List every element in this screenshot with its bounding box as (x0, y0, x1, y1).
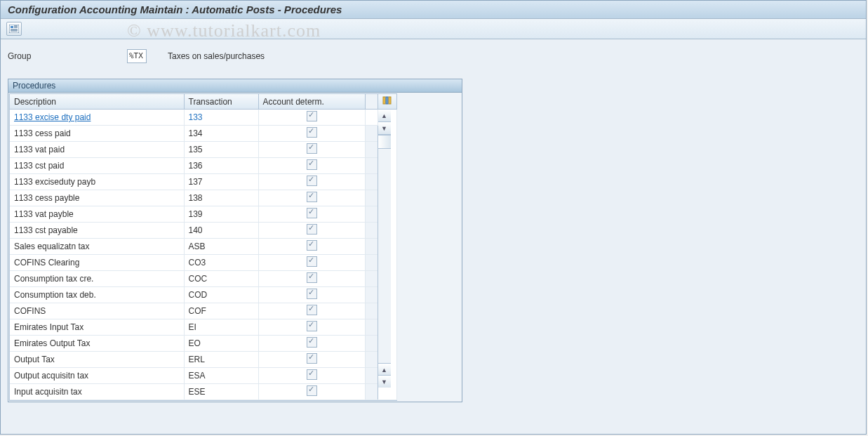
cell-spacer (365, 287, 378, 303)
cell-account-determ (258, 319, 365, 336)
cell-transaction[interactable]: ESE (184, 384, 258, 400)
cell-transaction[interactable]: 139 (184, 206, 258, 223)
cell-description[interactable]: Consumption tax deb. (10, 287, 184, 303)
cell-transaction[interactable]: 138 (184, 190, 258, 206)
table-row[interactable]: Emirates Input TaxEI (10, 319, 396, 336)
account-determ-checkbox[interactable] (307, 272, 317, 283)
cell-transaction[interactable]: ASB (184, 239, 258, 255)
cell-transaction[interactable]: COC (184, 271, 258, 287)
cell-description[interactable]: 1133 vat payble (10, 206, 184, 223)
cell-description[interactable]: 1133 cst payable (10, 223, 184, 239)
table-row[interactable]: Output TaxERL (10, 352, 396, 368)
display-log-button[interactable] (6, 22, 22, 36)
cell-transaction[interactable]: CO3 (184, 255, 258, 271)
table-row[interactable]: 1133 exciseduty payb137 (10, 174, 396, 190)
column-transaction[interactable]: Transaction (184, 94, 258, 110)
cell-description[interactable]: COFINS Clearing (10, 255, 184, 271)
table-row[interactable]: Consumption tax cre.COC (10, 271, 396, 287)
table-row[interactable]: 1133 vat payble139 (10, 206, 396, 223)
account-determ-checkbox[interactable] (307, 143, 317, 154)
account-determ-checkbox[interactable] (307, 305, 317, 315)
vertical-scrollbar[interactable]: ▲▼▲▼ (378, 110, 396, 400)
cell-description[interactable]: 1133 vat paid (10, 142, 184, 158)
cell-description[interactable]: 1133 excise dty paid (10, 110, 184, 126)
account-determ-checkbox[interactable] (307, 321, 317, 331)
account-determ-checkbox[interactable] (307, 289, 317, 299)
account-determ-checkbox[interactable] (307, 353, 317, 364)
svg-rect-1 (11, 26, 13, 28)
table-row[interactable]: 1133 cess payble138 (10, 190, 396, 206)
table-row[interactable]: Output acquisitn taxESA (10, 368, 396, 384)
cell-spacer (365, 126, 378, 142)
table-row[interactable]: 1133 cess paid134 (10, 126, 396, 142)
cell-transaction[interactable]: COF (184, 303, 258, 319)
table-row[interactable]: 1133 cst payable140 (10, 223, 396, 239)
account-determ-checkbox[interactable] (307, 127, 317, 138)
cell-description[interactable]: Emirates Input Tax (10, 319, 184, 336)
procedures-panel: Procedures Description Transaction Accou… (8, 79, 462, 402)
group-code-input[interactable]: %TX (127, 49, 147, 63)
table-row[interactable]: COFINS ClearingCO3 (10, 255, 396, 271)
cell-spacer (365, 206, 378, 223)
cell-description[interactable]: 1133 exciseduty payb (10, 174, 184, 190)
cell-transaction[interactable]: 136 (184, 158, 258, 174)
cell-transaction[interactable]: COD (184, 287, 258, 303)
cell-description[interactable]: Consumption tax cre. (10, 271, 184, 287)
cell-description[interactable]: Output acquisitn tax (10, 368, 184, 384)
account-determ-checkbox[interactable] (307, 208, 317, 218)
table-config-button[interactable] (378, 94, 396, 110)
account-determ-checkbox[interactable] (307, 385, 317, 396)
selected-description-link[interactable]: 1133 excise dty paid (14, 112, 91, 122)
scroll-down-step-button[interactable]: ▼ (378, 122, 391, 135)
column-account-determ[interactable]: Account determ. (258, 94, 365, 110)
cell-description[interactable]: 1133 cess paid (10, 126, 184, 142)
table-row[interactable]: 1133 cst paid136 (10, 158, 396, 174)
cell-description[interactable]: COFINS (10, 303, 184, 319)
cell-transaction[interactable]: 134 (184, 126, 258, 142)
cell-transaction[interactable]: 140 (184, 223, 258, 239)
group-label: Group (8, 51, 127, 61)
table-row[interactable]: Emirates Output TaxEO (10, 336, 396, 352)
table-row[interactable]: 1133 excise dty paid133▲▼▲▼ (10, 110, 396, 126)
cell-description[interactable]: Output Tax (10, 352, 184, 368)
account-determ-checkbox[interactable] (307, 224, 317, 234)
cell-spacer (365, 110, 378, 126)
cell-description[interactable]: Sales equalizatn tax (10, 239, 184, 255)
scroll-down-button[interactable]: ▼ (378, 375, 391, 388)
cell-description[interactable]: 1133 cst paid (10, 158, 184, 174)
table-row[interactable]: Input acquisitn taxESE (10, 384, 396, 400)
cell-description[interactable]: Input acquisitn tax (10, 384, 184, 400)
column-description[interactable]: Description (10, 94, 184, 110)
cell-account-determ (258, 206, 365, 223)
cell-account-determ (258, 287, 365, 303)
account-determ-checkbox[interactable] (307, 192, 317, 202)
account-determ-checkbox[interactable] (307, 369, 317, 380)
cell-transaction[interactable]: ESA (184, 368, 258, 384)
cell-account-determ (258, 336, 365, 352)
table-row[interactable]: COFINSCOF (10, 303, 396, 319)
cell-spacer (365, 255, 378, 271)
account-determ-checkbox[interactable] (307, 337, 317, 348)
table-row[interactable]: Sales equalizatn taxASB (10, 239, 396, 255)
cell-transaction[interactable]: ERL (184, 352, 258, 368)
scroll-thumb[interactable] (378, 135, 391, 149)
scroll-up-step-button[interactable]: ▲ (378, 363, 391, 376)
cell-account-determ (258, 223, 365, 239)
cell-account-determ (258, 271, 365, 287)
account-determ-checkbox[interactable] (307, 159, 317, 170)
cell-description[interactable]: 1133 cess payble (10, 190, 184, 206)
scroll-up-button[interactable]: ▲ (378, 110, 391, 122)
cell-spacer (365, 190, 378, 206)
cell-transaction[interactable]: EO (184, 336, 258, 352)
account-determ-checkbox[interactable] (307, 176, 317, 186)
table-row[interactable]: 1133 vat paid135 (10, 142, 396, 158)
account-determ-checkbox[interactable] (307, 111, 317, 121)
cell-transaction[interactable]: EI (184, 319, 258, 336)
account-determ-checkbox[interactable] (307, 256, 317, 267)
cell-transaction[interactable]: 133 (184, 110, 258, 126)
cell-transaction[interactable]: 135 (184, 142, 258, 158)
table-row[interactable]: Consumption tax deb.COD (10, 287, 396, 303)
cell-transaction[interactable]: 137 (184, 174, 258, 190)
account-determ-checkbox[interactable] (307, 240, 317, 251)
cell-description[interactable]: Emirates Output Tax (10, 336, 184, 352)
